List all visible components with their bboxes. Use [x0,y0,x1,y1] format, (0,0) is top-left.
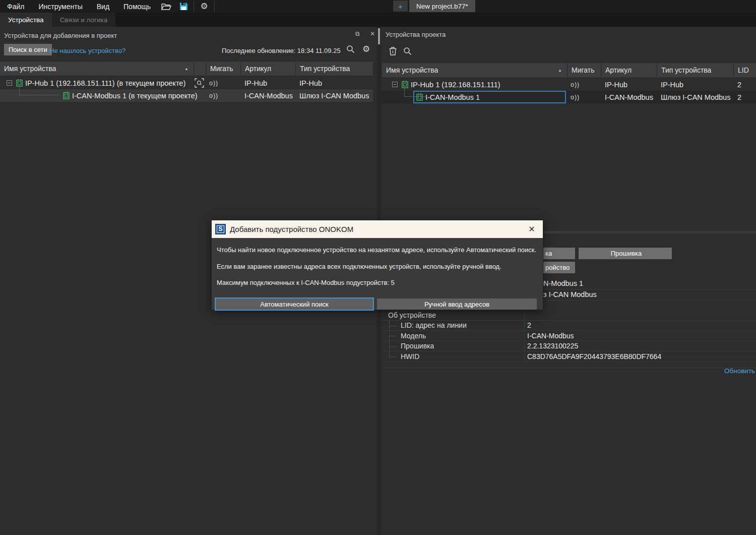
right-table-header: Имя устройства ▲ Мигать Артикул Тип устр… [382,63,756,77]
menubar: Файл Инструменты Вид Помощь ⚙ + New proj… [0,0,756,13]
settings-gear-icon[interactable]: ⚙ [196,0,213,13]
open-folder-icon[interactable] [158,0,175,13]
device-name-label: I-CAN-Modbus 1 [425,93,480,101]
dialog-close-icon[interactable]: ✕ [521,220,543,238]
sort-asc-icon: ▲ [184,67,188,71]
tree-guide-stub [389,356,396,357]
splitter-grip[interactable] [378,28,380,44]
view-tabbar: Устройства Связи и логика [0,13,756,27]
column-header-empty[interactable] [194,62,206,76]
expand-icon[interactable]: − [392,78,398,91]
device-not-found-link[interactable]: Не нашлось устройство? [49,47,125,54]
settings-button-truncated[interactable]: ка [543,248,575,259]
table-row[interactable]: − IP-Hub 1 (192.168.151.111) о)) IP-Hub … [381,78,756,91]
last-update-label: Последнее обновление: 18:34 11.09.25 [222,47,341,54]
gear-icon[interactable]: ⚙ [362,44,370,54]
tree-guide-stub [389,326,396,326]
about-device-grid: Об устройстве LID: адрес на линии 2 Моде… [382,310,756,362]
column-header-type[interactable]: Тип устройства [657,63,733,77]
close-panel-icon[interactable]: ✕ [370,30,375,37]
about-device-header: Об устройстве [388,311,436,319]
delete-device-icon[interactable] [389,47,397,55]
blink-icon[interactable]: о)) [209,89,218,102]
device-article-label: IP-Hub [244,77,267,89]
dialog-titlebar[interactable]: S Добавить подустройство ONOKOM ✕ [212,220,543,238]
column-header-article[interactable]: Артикул [240,62,295,76]
device-lid-label: 2 [737,78,741,91]
manual-input-button[interactable]: Ручной ввод адресов [377,299,537,310]
info-value: 2 [527,321,531,329]
dialog-text-line1: Чтобы найти новое подключенное устройств… [217,246,536,254]
info-value: 2.2.1323100225 [527,342,578,350]
firmware-button[interactable]: Прошивка [579,248,672,259]
new-project-tab-button[interactable]: + [393,1,408,12]
device-type-label: Шлюз I-CAN Modbus [299,89,369,102]
device-type-label: IP-Hub [299,77,322,89]
left-panel-title: Устройства для добавления в проект [4,31,117,40]
dialog-text-line3: Максимум подключенных к I-CAN-Modbus под… [217,279,395,286]
info-row[interactable]: LID: адрес на линии 2 [382,321,756,331]
tab-devices[interactable]: Устройства [0,13,52,27]
info-label: LID: адрес на линии [401,321,467,329]
info-label: HWID [401,352,419,361]
dialog-text-line2: Если вам заранее известны адреса всех по… [217,263,501,270]
right-panel-title: Устройства проекта [386,30,446,39]
info-value: I-CAN-Modbus [527,332,574,340]
device-button-truncated[interactable]: ройство [543,262,575,273]
row-separator [540,300,756,301]
menu-file[interactable]: Файл [0,0,31,13]
info-row[interactable]: HWID C83D76A5DFA9F20443793E6B80DF7664 [382,351,756,362]
info-row[interactable]: Прошивка 2.2.1323100225 [382,341,756,352]
device-name-fragment: N-Modbus 1 [543,279,583,287]
tab-links-logic[interactable]: Связи и логика [52,13,116,27]
table-row[interactable]: I-CAN-Modbus 1 (в текущем проекте) о)) I… [0,89,373,102]
menu-help[interactable]: Помощь [116,0,158,13]
sort-asc-icon: ▲ [558,68,562,73]
column-header-type[interactable]: Тип устройства [295,62,373,76]
identify-scan-icon[interactable] [195,77,204,89]
device-lid-label: 2 [737,91,741,103]
device-article-label: I-CAN-Modbus [605,91,653,103]
save-icon[interactable] [175,0,192,13]
info-label: Прошивка [401,342,434,350]
search-icon[interactable] [346,45,355,53]
tree-guide-stub [389,346,396,347]
refresh-link[interactable]: Обновить [724,367,755,375]
column-header-name[interactable]: Имя устройства ▲ [0,62,194,76]
selected-name-cell[interactable]: I-CAN-Modbus 1 [413,91,566,103]
device-icon [416,93,423,101]
info-label: Модель [401,332,426,340]
dialog-body: Чтобы найти новое подключенное устройств… [212,238,543,310]
info-row[interactable]: Модель I-CAN-Modbus [382,331,756,341]
column-header-article[interactable]: Артикул [601,63,657,77]
column-header-lid[interactable]: LID [733,63,756,77]
project-tab[interactable]: New project.b77* [409,0,475,12]
column-header-blink[interactable]: Мигать [567,63,601,77]
device-icon [63,89,70,102]
left-table-header: Имя устройства ▲ Мигать Артикул Тип устр… [0,62,373,76]
device-type-fragment: з I-CAN Modbus [543,290,597,299]
device-article-label: I-CAN-Modbus [244,89,293,102]
table-row[interactable]: I-CAN-Modbus 1 о)) I-CAN-Modbus Шлюз I-C… [381,91,756,103]
column-header-blink[interactable]: Мигать [206,62,240,76]
search-network-button[interactable]: Поиск в сети [4,44,52,55]
blink-icon[interactable]: о)) [571,91,580,103]
menubar-separator [194,1,194,12]
about-device-header-row[interactable]: Об устройстве [382,310,756,321]
device-article-label: IP-Hub [605,78,627,91]
auto-search-button[interactable]: Автоматический поиск [216,299,373,310]
menu-tools[interactable]: Инструменты [31,0,89,13]
add-subdevice-dialog: S Добавить подустройство ONOKOM ✕ Чтобы … [212,220,543,310]
menubar-separator [214,1,215,12]
float-panel-icon[interactable]: ⧉ [355,30,360,37]
row-separator [382,368,756,368]
search-icon[interactable] [403,47,412,55]
expand-icon[interactable]: − [7,77,12,89]
device-type-label: Шлюз I-CAN Modbus [661,91,730,103]
row-separator [540,289,756,289]
column-header-name[interactable]: Имя устройства ▲ [382,63,567,77]
dialog-title: Добавить подустройство ONOKOM [230,225,353,233]
menu-view[interactable]: Вид [90,0,116,13]
blink-icon[interactable]: о)) [209,77,218,89]
blink-icon[interactable]: о)) [571,78,580,91]
